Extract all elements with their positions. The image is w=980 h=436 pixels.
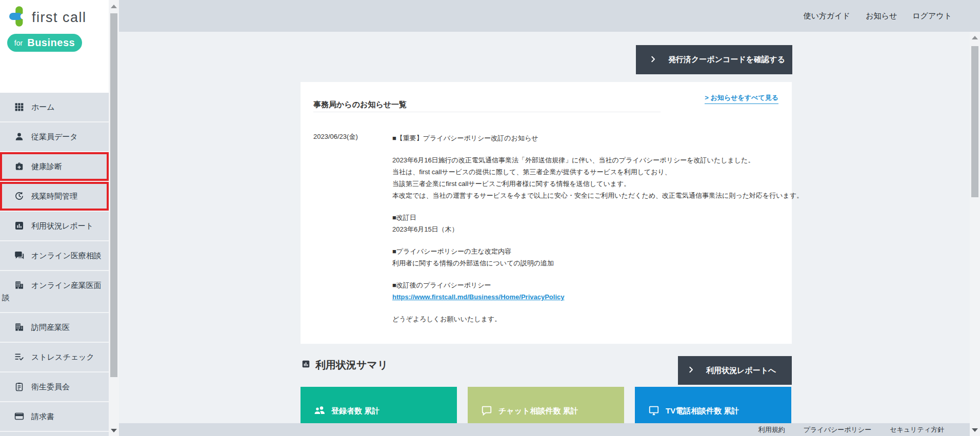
usage-summary-title: 利用状況サマリ [302,358,388,372]
chevron-right-icon [687,366,695,375]
news-card: 事務局からのお知らせ一覧 > お知らせをすべて見る 2023/06/23(金) … [301,82,792,344]
usage-report-button[interactable]: 利用状況レポートへ [678,356,792,385]
summary-card-label: 登録者数 累計 [331,406,379,416]
building-icon [14,280,24,290]
news-revision-date: ■改訂日 2023年6月15日（木） [392,212,803,235]
firstcall-cross-icon [9,6,27,29]
grid-icon [14,102,24,112]
clipboard-icon [14,382,24,391]
news-changes: ■プライバシーポリシーの主な改定内容 利用者に関する情報の外部送信についての説明… [392,245,803,269]
people-icon [314,405,325,418]
summary-card-label: TV電話相談件数 累計 [666,406,739,416]
sidebar-item[interactable]: 利用状況レポート [0,212,109,241]
sidebar-item-label: 衛生委員会 [31,382,70,391]
news-date: 2023/06/23(金) [313,132,392,335]
coupon-code-button-label: 発行済クーポンコードを確認する [668,55,785,65]
sidebar-item-label: 利用状況レポート [31,221,93,230]
sidebar-item[interactable]: 残業時間管理 [0,182,109,212]
news-heading: ■【重要】プライバシーポリシー改訂のお知らせ [392,132,803,144]
summary-card-label: チャット相談件数 累計 [498,406,578,416]
chat-bubble-icon [481,405,492,418]
topbar-link[interactable]: 使い方ガイド [804,11,850,21]
coupon-code-button[interactable]: 発行済クーポンコードを確認する [636,45,792,74]
person-icon [14,132,24,141]
news-closing: どうぞよろしくお願いいたします。 [392,313,803,325]
title-divider [313,112,661,112]
monitor-icon [648,405,659,418]
topbar-link[interactable]: ログアウト [912,11,952,21]
summary-chart-icon [302,359,310,371]
for-business-badge: for Business [7,34,82,52]
main-scrollbar-thumb[interactable] [971,46,978,197]
sidebar-menu: ホーム 従業員データ 健康診断 残業時間管理 利用状況レポート [0,93,109,436]
logo-text: first call [32,10,87,26]
invoice-icon [14,411,24,421]
scroll-up-icon[interactable] [111,5,117,8]
bar-chart-icon [14,221,24,231]
logo: first call [9,6,87,29]
privacy-policy-link[interactable]: https://www.firstcall.md/Business/Home/P… [392,293,564,301]
footer-link[interactable]: セキュリティ方針 [890,425,944,434]
sidebar-item-label: 訪問産業医 [31,323,70,331]
sidebar-item[interactable]: オンライン産業医面談 [0,271,109,313]
medical-bag-icon [14,161,24,171]
usage-report-button-label: 利用状況レポートへ [706,366,776,376]
checklist-icon [14,352,24,362]
sidebar-item[interactable]: オンライン医療相談 [0,241,109,271]
news-policy: ■改訂後のプライバシーポリシー https://www.firstcall.md… [392,279,803,303]
footer-link[interactable]: 利用規約 [758,425,785,434]
sidebar-scrollbar[interactable] [109,0,119,436]
building-icon [14,322,24,332]
sidebar-item[interactable]: 衛生委員会 [0,372,109,402]
news-body: ■【重要】プライバシーポリシー改訂のお知らせ 2023年6月16日施行の改正電気… [392,132,803,335]
see-all-news-link[interactable]: > お知らせをすべて見る [705,93,778,104]
sidebar-item-label: 健康診断 [31,162,62,171]
clock-icon [14,191,24,201]
chevron-right-icon [649,55,657,65]
sidebar-scrollbar-thumb[interactable] [110,13,117,377]
page: first call for Business ホーム 従業員データ 健康診断 [0,0,980,436]
sidebar: first call for Business ホーム 従業員データ 健康診断 [0,0,109,436]
chat-icon [14,251,24,260]
footer-link[interactable]: プライバシーポリシー [804,425,871,434]
main-scrollbar[interactable] [970,32,980,436]
sidebar-item-label: ストレスチェック [31,352,94,361]
sidebar-item-label: 残業時間管理 [31,192,77,200]
footer: 利用規約 プライバシーポリシー セキュリティ方針 [119,423,970,436]
sidebar-item[interactable]: 従業員データ [0,122,109,152]
scroll-down-icon[interactable] [111,429,117,432]
badge-product: Business [27,37,75,49]
news-paragraph: 2023年6月16日施行の改正電気通信事業法「外部送信規律」に伴い、当社のプライ… [392,154,803,201]
sidebar-item[interactable]: ストレスチェック [0,343,109,372]
scroll-up-icon[interactable] [972,36,978,39]
sidebar-item[interactable]: 請求書 [0,402,109,432]
news-card-title: 事務局からのお知らせ一覧 [313,100,407,110]
sidebar-item-label: 請求書 [31,412,54,421]
scroll-down-icon[interactable] [972,428,978,432]
news-item: 2023/06/23(金) ■【重要】プライバシーポリシー改訂のお知らせ 202… [313,132,803,335]
topbar: 使い方ガイド お知らせ ログアウト [119,0,980,32]
badge-for: for [14,39,23,47]
sidebar-item[interactable]: 健康診断 [0,152,109,182]
sidebar-item-label: オンライン医療相談 [31,251,102,260]
sidebar-item-label: ホーム [31,102,55,111]
sidebar-item[interactable]: 訪問産業医 [0,313,109,343]
topbar-link[interactable]: お知らせ [866,11,897,21]
sidebar-item[interactable]: ホーム [0,93,109,122]
sidebar-item-label: 従業員データ [31,132,78,141]
